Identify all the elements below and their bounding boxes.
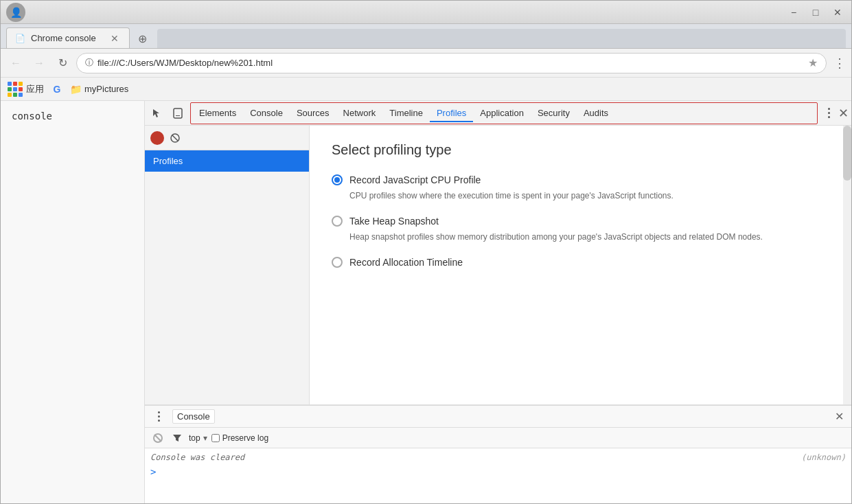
address-box[interactable]: ⓘ file:///C:/Users/WJM/Desktop/new%201.h… — [76, 53, 827, 73]
bookmark-star-icon[interactable]: ★ — [808, 56, 818, 69]
preserve-log-label: Preserve log — [222, 433, 268, 443]
profile-heap-desc: Heap snapshot profiles show memory distr… — [332, 231, 829, 243]
profiles-sidebar-toolbar — [145, 126, 309, 150]
tab-profiles[interactable]: Profiles — [430, 105, 473, 122]
console-filter-button[interactable] — [170, 431, 185, 446]
clear-profiles-button[interactable] — [167, 130, 183, 146]
tab-security[interactable]: Security — [531, 105, 577, 122]
back-button[interactable]: ← — [6, 54, 25, 73]
console-content: Console was cleared (unknown) > — [145, 448, 851, 503]
devtools-more-button[interactable] — [820, 105, 837, 122]
devtools-panel: Elements Console Sources Network Timelin… — [145, 101, 851, 503]
tab-close-button[interactable]: ✕ — [108, 32, 121, 45]
profile-option-heap: Take Heap Snapshot Heap snapshot profile… — [332, 216, 829, 243]
svg-rect-0 — [174, 108, 182, 118]
mypictures-folder[interactable]: 📁 myPictures — [70, 84, 128, 95]
radio-allocation[interactable] — [332, 257, 343, 268]
folder-icon: 📁 — [70, 84, 82, 95]
browser-menu-button[interactable]: ⋮ — [833, 56, 846, 71]
svg-line-5 — [154, 435, 161, 442]
devtools-close-button[interactable]: ✕ — [838, 106, 849, 121]
tab-timeline[interactable]: Timeline — [382, 105, 430, 122]
tab-sources[interactable]: Sources — [290, 105, 336, 122]
console-filter-top: top ▾ — [189, 433, 207, 443]
devtools-more: ✕ — [820, 105, 849, 122]
tab-bar: 📄 Chrome console ✕ ⊕ — [1, 24, 851, 49]
folder-label: myPictures — [84, 84, 128, 94]
radio-heap[interactable] — [332, 216, 343, 227]
lock-icon: ⓘ — [85, 57, 93, 69]
address-text: file:///C:/Users/WJM/Desktop/new%201.htm… — [97, 58, 804, 68]
profile-option-allocation-header: Record Allocation Timeline — [332, 257, 829, 268]
tab-favicon: 📄 — [15, 34, 25, 43]
devtools-tabs: Elements Console Sources Network Timelin… — [190, 102, 818, 124]
new-tab-button[interactable]: ⊕ — [133, 29, 152, 48]
console-preserve-log: Preserve log — [211, 433, 268, 443]
reload-button[interactable]: ↻ — [53, 54, 72, 73]
console-more-button[interactable] — [150, 409, 167, 425]
profiles-sidebar-item[interactable]: Profiles — [145, 150, 309, 172]
profile-avatar[interactable]: 👤 — [6, 3, 25, 22]
console-top-text: top — [189, 433, 200, 443]
profile-option-allocation: Record Allocation Timeline — [332, 257, 829, 268]
tab-console[interactable]: Console — [243, 105, 290, 122]
scrollbar-track — [843, 126, 851, 404]
forward-button[interactable]: → — [30, 54, 49, 73]
tab-application[interactable]: Application — [473, 105, 531, 122]
record-button[interactable] — [150, 131, 164, 145]
apps-bookmark[interactable]: 应用 — [8, 82, 44, 97]
profile-option-cpu-header: Record JavaScript CPU Profile — [332, 174, 829, 185]
maximize-button[interactable]: □ — [807, 4, 824, 21]
console-label: console — [1, 106, 144, 126]
profile-option-heap-header: Take Heap Snapshot — [332, 216, 829, 227]
console-block-button[interactable] — [150, 431, 165, 446]
tab-title: Chrome console — [31, 33, 103, 43]
profile-cpu-label: Record JavaScript CPU Profile — [349, 174, 481, 185]
svg-rect-1 — [176, 115, 180, 116]
devtools-body: Profiles Select profiling type Record Ja… — [145, 126, 851, 404]
address-bar-row: ← → ↻ ⓘ file:///C:/Users/WJM/Desktop/new… — [1, 49, 851, 78]
browser-tab-active[interactable]: 📄 Chrome console ✕ — [6, 27, 130, 48]
console-filter-bar: top ▾ Preserve log — [145, 428, 851, 448]
devtools-toolbar: Elements Console Sources Network Timelin… — [145, 101, 851, 126]
console-bottom-header: Console ✕ — [145, 406, 851, 428]
tab-audits[interactable]: Audits — [577, 105, 615, 122]
tab-elements[interactable]: Elements — [192, 105, 243, 122]
profile-heap-label: Take Heap Snapshot — [349, 216, 439, 227]
console-prompt[interactable]: > — [150, 466, 846, 477]
scrollbar-thumb[interactable] — [843, 126, 851, 181]
preserve-log-checkbox[interactable] — [211, 434, 220, 442]
profile-cpu-desc: CPU profiles show where the execution ti… — [332, 190, 829, 202]
close-button[interactable]: ✕ — [829, 4, 846, 21]
tab-network[interactable]: Network — [336, 105, 383, 122]
console-cleared-row: Console was cleared (unknown) — [150, 451, 846, 463]
devtools-cursor-button[interactable] — [148, 104, 167, 123]
bookmarks-bar: 应用 G 📁 myPictures — [1, 78, 851, 101]
radio-cpu[interactable] — [332, 174, 343, 185]
console-tab-label[interactable]: Console — [172, 409, 215, 424]
profile-allocation-label: Record Allocation Timeline — [349, 257, 463, 268]
browser-main: console Elements Console Sources — [1, 101, 851, 503]
svg-marker-6 — [173, 435, 181, 442]
google-bookmark[interactable]: G — [49, 82, 65, 97]
console-cleared-text: Console was cleared — [150, 453, 244, 462]
profile-option-cpu: Record JavaScript CPU Profile CPU profil… — [332, 174, 829, 202]
devtools-icons — [148, 104, 187, 123]
profiles-sidebar: Profiles — [145, 126, 310, 404]
devtools-device-button[interactable] — [168, 104, 187, 123]
console-close-button[interactable]: ✕ — [832, 410, 846, 424]
browser-window: 👤 − □ ✕ 📄 Chrome console ✕ ⊕ ← → ↻ ⓘ fil… — [0, 0, 852, 504]
minimize-button[interactable]: − — [785, 4, 802, 21]
title-bar: 👤 − □ ✕ — [1, 1, 851, 24]
apps-label: 应用 — [26, 83, 44, 95]
console-dropdown-arrow[interactable]: ▾ — [203, 433, 207, 443]
svg-line-3 — [172, 135, 178, 141]
console-unknown-text: (unknown) — [801, 453, 846, 462]
console-bottom-panel: Console ✕ top ▾ Pre — [145, 404, 851, 503]
left-sidebar: console — [1, 101, 145, 503]
profiles-title: Select profiling type — [332, 142, 829, 158]
profiles-main: Select profiling type Record JavaScript … — [310, 126, 851, 404]
